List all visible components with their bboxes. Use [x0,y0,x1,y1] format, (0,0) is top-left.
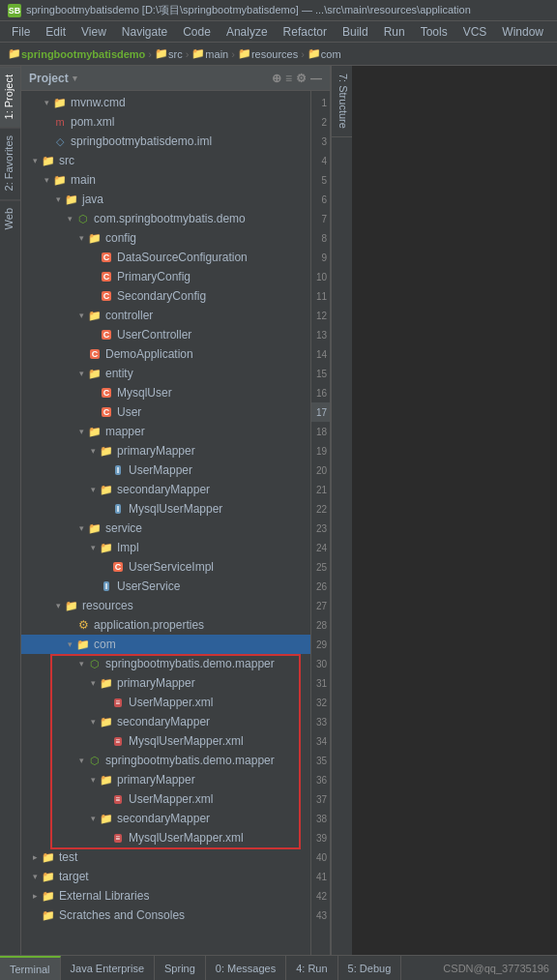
tree-arrow[interactable] [52,600,64,611]
tree-arrow[interactable] [75,755,87,766]
tree-arrow[interactable] [99,464,110,476]
tree-container[interactable]: 📁mvnw.cmdmpom.xml◇springbootmybatisdemo.… [21,91,310,955]
menu-item-edit[interactable]: Edit [38,23,73,41]
tree-item-38[interactable]: 📁secondaryMapper [21,809,310,828]
menu-item-refactor[interactable]: Refactor [276,23,335,41]
tree-arrow[interactable] [41,116,52,128]
tree-arrow[interactable] [87,445,99,457]
tree-arrow[interactable] [29,871,41,882]
tab-messages[interactable]: 0: Messages [206,956,286,980]
breadcrumb-item-1[interactable]: src [168,48,183,60]
tree-arrow[interactable] [99,503,110,515]
tree-item-32[interactable]: ≡UserMapper.xml [21,693,310,712]
tree-item-33[interactable]: 📁secondaryMapper [21,712,310,731]
menu-item-window[interactable]: Window [494,23,551,41]
tree-arrow[interactable] [87,774,99,786]
tree-item-20[interactable]: IUserMapper [21,460,310,480]
tree-item-21[interactable]: 📁secondaryMapper [21,480,310,499]
tree-item-3[interactable]: ◇springbootmybatisdemo.iml [21,132,310,151]
tab-spring[interactable]: Spring [155,956,206,980]
tree-item-12[interactable]: 📁controller [21,306,310,325]
tree-item-14[interactable]: CDemoApplication [21,344,310,364]
tree-arrow[interactable] [87,387,99,399]
tree-arrow[interactable] [99,793,110,805]
tree-item-31[interactable]: 📁primaryMapper [21,673,310,693]
tree-arrow[interactable] [87,252,99,263]
sidebar-item-structure[interactable]: 7: Structure [332,66,352,137]
tree-arrow[interactable] [64,213,75,224]
tree-item-5[interactable]: 📁main [21,170,310,190]
tree-item-23[interactable]: 📁service [21,519,310,538]
sidebar-item-web[interactable]: Web [0,199,20,237]
tree-item-24[interactable]: 📁Impl [21,538,310,557]
breadcrumb-item-0[interactable]: springbootmybatisdemo [21,48,145,60]
locate-icon[interactable]: ⊕ [272,72,281,85]
tree-arrow[interactable] [87,290,99,302]
menu-item-help[interactable]: Help [551,23,557,41]
tree-item-2[interactable]: mpom.xml [21,112,310,132]
tree-item-6[interactable]: 📁java [21,190,310,209]
settings-icon[interactable]: ⚙ [296,72,307,85]
collapse-icon[interactable]: ≡ [285,72,292,85]
tree-item-27[interactable]: 📁resources [21,596,310,615]
tree-item-41[interactable]: 📁target [21,867,310,886]
tab-run[interactable]: 4: Run [286,956,337,980]
breadcrumb-item-3[interactable]: resources [251,48,298,60]
breadcrumb-item-4[interactable]: com [321,48,341,60]
tree-item-19[interactable]: 📁primaryMapper [21,441,310,460]
tree-item-34[interactable]: ≡MysqlUserMapper.xml [21,731,310,751]
tree-item-1[interactable]: 📁mvnw.cmd [21,93,310,112]
tree-item-4[interactable]: 📁src [21,151,310,170]
tree-arrow[interactable] [99,697,110,708]
tree-arrow[interactable] [75,348,87,360]
tree-arrow[interactable] [75,658,87,669]
tree-arrow[interactable] [41,174,52,186]
tree-item-25[interactable]: CUserServiceImpl [21,557,310,577]
menu-item-analyze[interactable]: Analyze [219,23,276,41]
dropdown-arrow[interactable]: ▾ [73,74,77,83]
tree-item-16[interactable]: CMysqlUser [21,383,310,402]
tree-item-35[interactable]: ⬡springbootmybatis.demo.mapper [21,751,310,770]
tree-arrow[interactable] [52,193,64,205]
tree-arrow[interactable] [75,522,87,534]
tree-arrow[interactable] [87,580,99,592]
tab-terminal[interactable]: Terminal [0,956,61,980]
menu-item-run[interactable]: Run [376,23,413,41]
tree-item-13[interactable]: CUserController [21,325,310,344]
breadcrumb-item-2[interactable]: main [205,48,228,60]
tree-arrow[interactable] [99,832,110,844]
tree-arrow[interactable] [87,542,99,553]
tree-arrow[interactable] [75,232,87,244]
tree-arrow[interactable] [75,368,87,379]
tree-arrow[interactable] [87,329,99,341]
close-icon[interactable]: — [310,72,322,85]
tree-arrow[interactable] [99,561,110,573]
tree-arrow[interactable] [64,638,75,650]
menu-item-tools[interactable]: Tools [413,23,455,41]
tab-debug[interactable]: 5: Debug [338,956,402,980]
tree-item-29[interactable]: 📁com [21,635,310,654]
tab-java-enterprise[interactable]: Java Enterprise [61,956,155,980]
tree-item-37[interactable]: ≡UserMapper.xml [21,789,310,809]
tree-item-40[interactable]: 📁test [21,847,310,867]
tree-item-36[interactable]: 📁primaryMapper [21,770,310,789]
tree-arrow[interactable] [87,716,99,728]
tree-arrow[interactable] [41,135,52,147]
tree-item-42[interactable]: 📁External Libraries [21,886,310,906]
tree-item-39[interactable]: ≡MysqlUserMapper.xml [21,828,310,847]
tree-item-15[interactable]: 📁entity [21,364,310,383]
tree-item-28[interactable]: ⚙application.properties [21,615,310,635]
tree-arrow[interactable] [87,406,99,418]
sidebar-item-project[interactable]: 1: Project [0,66,20,127]
menu-item-navigate[interactable]: Navigate [114,23,175,41]
menu-item-build[interactable]: Build [335,23,376,41]
tree-arrow[interactable] [29,851,41,863]
tree-item-10[interactable]: CPrimaryConfig [21,267,310,286]
tree-arrow[interactable] [29,890,41,902]
tree-arrow[interactable] [29,155,41,166]
tree-item-11[interactable]: CSecondaryConfig [21,286,310,306]
tree-arrow[interactable] [87,484,99,495]
tree-arrow[interactable] [87,813,99,824]
tree-item-9[interactable]: CDataSourceConfiguration [21,248,310,267]
menu-item-code[interactable]: Code [175,23,219,41]
